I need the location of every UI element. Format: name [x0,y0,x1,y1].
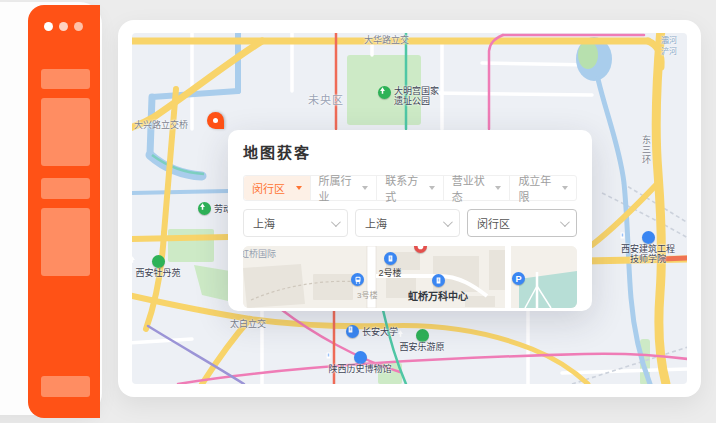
preview-area-label: 虹桥国际 [243,247,276,260]
red-marker-icon [414,246,427,253]
app: 大华路立交 未央区 大明宫国家遗址公园 大兴路立交桥 劳动公园 西安牡丹苑 [0,0,716,423]
svg-text:P: P [515,274,521,284]
map-pin-marker[interactable] [207,112,224,129]
window-dot-icon[interactable] [74,22,83,31]
preview-poi: 虹桥万科中心 [403,274,473,303]
district-select[interactable]: 闵行区 [467,209,577,237]
window-controls [44,22,83,31]
road-label: 大华路立交 [364,33,409,46]
window-dot-icon[interactable] [44,22,53,31]
filter-business-status[interactable]: 营业状态 [443,176,510,200]
map-leads-card: 地图获客 闵行区 所属行业 联系方式 营业状态 成立年限 [228,130,592,311]
caret-down-icon [362,186,368,190]
chevron-down-icon [560,217,570,227]
sidebar-placeholder-block [41,208,90,276]
caret-down-icon [296,186,302,190]
map-poi: 长安大学 [346,325,398,338]
window-dot-icon[interactable] [59,22,68,31]
building-poi-icon [384,252,397,265]
chevron-down-icon [331,217,341,227]
museum-poi-icon [354,351,367,364]
park-poi-icon [416,329,429,342]
building-poi-icon [432,274,445,287]
sidebar [28,5,100,418]
district-label: 未央区 [308,91,344,107]
caret-down-icon [495,186,501,190]
map-poi: 西安牡丹苑 [132,255,188,278]
park-poi-icon [378,86,391,99]
road-label: 大兴路立交桥 [134,118,188,131]
map-poi: 陕西历史博物馆 [324,351,396,374]
filter-founding-years[interactable]: 成立年限 [509,176,576,200]
city-select[interactable]: 上海 [355,209,460,237]
region-select-row: 上海 上海 闵行区 [243,209,577,237]
school-poi-icon [642,231,655,244]
map-poi: 西安乐游原 [396,329,448,352]
road-label: 太白立交 [230,317,266,330]
preview-map[interactable]: 虹桥国际 2号楼 3号楼 虹桥万科中心 P [243,246,577,308]
road-label: 东三环 [640,135,653,165]
filter-bar: 闵行区 所属行业 联系方式 营业状态 成立年限 [243,175,577,201]
caret-down-icon [429,186,435,190]
chevron-down-icon [443,217,453,227]
river-label: 浐河 [661,45,677,56]
park-poi-icon [152,255,165,268]
sidebar-placeholder-block [41,98,90,166]
preview-poi: 2号楼 [374,252,406,279]
metro-station-icon [351,273,364,286]
park-poi-icon [198,202,211,215]
university-poi-icon [346,325,359,338]
sidebar-placeholder-block [41,178,90,199]
province-select[interactable]: 上海 [243,209,348,237]
sidebar-placeholder-block [41,376,90,397]
parking-icon: P [512,272,525,285]
card-title: 地图获客 [243,141,577,162]
caret-down-icon [562,186,568,190]
map-poi: 大明宫国家遗址公园 [378,86,442,106]
filter-contact-method[interactable]: 联系方式 [376,176,443,200]
river-label: 灞河 [661,34,677,45]
map-poi: 西安建筑工程技师学院 [618,231,678,264]
filter-industry[interactable]: 所属行业 [310,176,377,200]
filter-district[interactable]: 闵行区 [244,176,310,200]
sidebar-placeholder-block [41,69,90,89]
